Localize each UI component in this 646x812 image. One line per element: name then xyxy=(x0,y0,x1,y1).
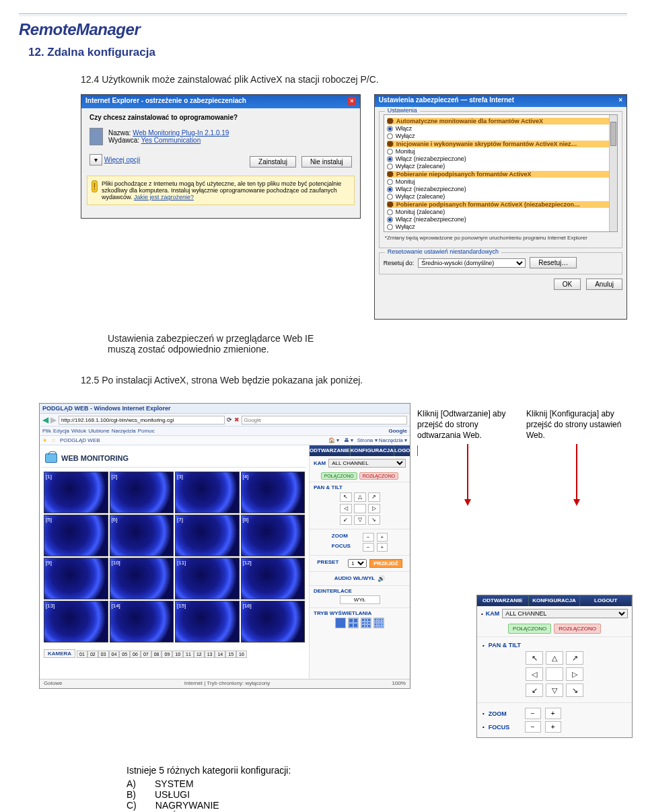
install-button[interactable]: Zainstaluj xyxy=(250,156,296,168)
ptz-down[interactable]: ▽ xyxy=(546,684,563,697)
ptz-up[interactable]: △ xyxy=(546,651,563,665)
layout-4[interactable] xyxy=(348,618,359,628)
tab-konfiguracja[interactable]: KONFIGURACJA xyxy=(351,445,394,456)
stop-icon[interactable]: ✖ xyxy=(234,416,240,423)
menu-file[interactable]: Plik xyxy=(42,428,51,434)
tab-logout[interactable]: LOGOUT xyxy=(394,445,418,456)
ok-button[interactable]: OK xyxy=(554,279,581,290)
tab-label[interactable]: PODGLĄD WEB xyxy=(60,437,100,443)
channel-cell[interactable]: [13] xyxy=(44,601,108,642)
channel-select[interactable]: ALL CHANNEL xyxy=(502,609,628,618)
ptz-right[interactable]: ▷ xyxy=(368,504,380,513)
focus-minus-button[interactable]: − xyxy=(525,721,541,733)
scrollbar[interactable] xyxy=(609,115,617,231)
ptz-left[interactable]: ◁ xyxy=(340,504,352,513)
chevron-down-icon[interactable]: ▾ xyxy=(89,154,102,165)
channel-select[interactable]: ALL CHANNEL xyxy=(328,459,406,468)
ptz-center[interactable] xyxy=(354,504,366,513)
camera-button[interactable]: 13 xyxy=(205,651,215,658)
ptz-up[interactable]: △ xyxy=(354,492,366,502)
ptz-right[interactable]: ▷ xyxy=(566,667,583,681)
close-icon[interactable]: × xyxy=(348,97,356,105)
radio-button[interactable] xyxy=(387,179,393,185)
zoom-in-button[interactable]: + xyxy=(377,533,388,542)
layout-9[interactable] xyxy=(361,618,371,628)
menu-view[interactable]: Widok xyxy=(71,428,86,434)
home-icon[interactable]: 🏠 ▾ xyxy=(328,437,339,443)
channel-cell[interactable]: [7] xyxy=(175,515,240,556)
channel-cell[interactable]: [14] xyxy=(110,601,174,642)
tab-konfiguracja[interactable]: KONFIGURACJA xyxy=(529,595,581,606)
forward-icon[interactable]: ▶ xyxy=(50,415,57,425)
ptz-down-left[interactable]: ↙ xyxy=(340,515,352,525)
channel-cell[interactable]: [11] xyxy=(175,558,240,599)
camera-button[interactable]: 10 xyxy=(172,651,183,658)
zoom-out-button[interactable]: − xyxy=(525,708,541,719)
channel-cell[interactable]: [5] xyxy=(44,515,108,556)
channel-cell[interactable]: [16] xyxy=(241,601,306,642)
channel-cell[interactable]: [4] xyxy=(241,472,306,513)
refresh-icon[interactable]: ⟳ xyxy=(227,416,232,423)
radio-button[interactable] xyxy=(387,163,393,170)
focus-plus-button[interactable]: + xyxy=(545,721,561,733)
ptz-center[interactable] xyxy=(546,667,563,681)
layout-1[interactable] xyxy=(335,618,346,628)
search-input[interactable] xyxy=(242,416,408,425)
more-options-link[interactable]: Więcej opcji xyxy=(104,156,140,163)
ptz-up-right[interactable]: ↗ xyxy=(566,651,583,665)
ptz-up-right[interactable]: ↗ xyxy=(368,492,380,502)
camera-button[interactable]: 02 xyxy=(87,651,98,658)
camera-button[interactable]: 07 xyxy=(141,651,151,658)
zoom-out-button[interactable]: − xyxy=(363,533,374,542)
address-bar[interactable] xyxy=(59,416,225,425)
zoom-in-button[interactable]: + xyxy=(545,708,561,719)
menu-edit[interactable]: Edycja xyxy=(53,428,69,434)
camera-button[interactable]: 05 xyxy=(119,651,130,658)
camera-button[interactable]: 12 xyxy=(194,651,205,658)
ptz-up-left[interactable]: ↖ xyxy=(526,651,543,665)
tab-odtwarzanie[interactable]: ODTWARZANIE xyxy=(477,595,529,606)
radio-button[interactable] xyxy=(387,224,393,230)
channel-cell[interactable]: [2] xyxy=(110,472,174,513)
camera-button[interactable]: 01 xyxy=(77,651,87,658)
close-icon[interactable]: × xyxy=(618,96,622,106)
menu-favorites[interactable]: Ulubione xyxy=(88,428,110,434)
camera-button[interactable]: 14 xyxy=(215,651,225,658)
radio-button[interactable] xyxy=(387,186,393,192)
radio-button[interactable] xyxy=(387,217,393,223)
publisher-link[interactable]: Yes Communication xyxy=(141,137,201,144)
menu-help[interactable]: Pomoc xyxy=(138,428,155,434)
reset-level-select[interactable]: Średnio-wysoki (domyślne) xyxy=(418,258,526,268)
layout-16[interactable] xyxy=(373,618,384,628)
ptz-down-right[interactable]: ↘ xyxy=(368,515,380,525)
back-icon[interactable]: ◀ xyxy=(42,415,48,425)
radio-button[interactable] xyxy=(387,133,393,139)
focus-minus-button[interactable]: − xyxy=(363,543,374,552)
ptz-down-right[interactable]: ↘ xyxy=(566,684,583,697)
channel-cell[interactable]: [6] xyxy=(110,515,174,556)
cancel-button[interactable]: Anuluj xyxy=(586,279,622,290)
deinterlace-button[interactable]: WYŁ xyxy=(340,595,380,604)
ptz-down[interactable]: ▽ xyxy=(354,515,366,525)
ptz-left[interactable]: ◁ xyxy=(526,667,543,681)
plugin-name-link[interactable]: Web Monitoring Plug-In 2.1.0.19 xyxy=(133,129,229,137)
camera-button[interactable]: 03 xyxy=(98,651,109,658)
radio-button[interactable] xyxy=(387,156,393,162)
channel-cell[interactable]: [1] xyxy=(44,472,108,513)
channel-cell[interactable]: [10] xyxy=(110,558,174,599)
tab-odtwarzanie[interactable]: ODTWARZANIE xyxy=(310,445,351,456)
page-menu[interactable]: Strona ▾ Narzędzia ▾ xyxy=(357,437,407,443)
camera-button[interactable]: 16 xyxy=(236,651,247,658)
dont-install-button[interactable]: Nie instaluj xyxy=(301,156,352,168)
focus-plus-button[interactable]: + xyxy=(377,543,388,552)
channel-cell[interactable]: [9] xyxy=(44,558,108,599)
settings-list[interactable]: Automatyczne monitowanie dla formantów A… xyxy=(384,114,618,232)
channel-cell[interactable]: [15] xyxy=(175,601,240,642)
star-icon[interactable]: ★ xyxy=(42,437,47,443)
preset-go-button[interactable]: PRZEJDŹ xyxy=(369,559,402,568)
reset-button[interactable]: Resetuj… xyxy=(530,257,577,268)
menu-tools[interactable]: Narzędzia xyxy=(112,428,136,434)
camera-button[interactable]: 09 xyxy=(162,651,172,658)
camera-button[interactable]: 08 xyxy=(151,651,162,658)
tab-logout[interactable]: LOGOUT xyxy=(580,595,632,606)
